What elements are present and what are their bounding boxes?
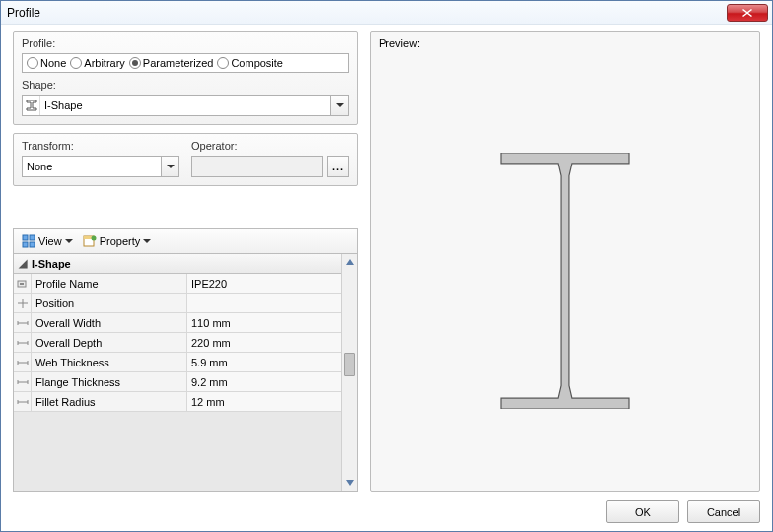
grid-category-header[interactable]: ◢ I-Shape — [14, 254, 341, 274]
row-label: Fillet Radius — [32, 392, 187, 411]
grid-toolbar: View Property — [14, 229, 357, 254]
row-icon — [14, 294, 32, 312]
grid-row[interactable]: Overall Depth220 mm — [14, 333, 341, 353]
svg-rect-7 — [20, 283, 24, 285]
shape-input[interactable] — [40, 96, 330, 115]
row-label: Overall Width — [32, 313, 187, 332]
profile-dialog: Profile Profile: None Arbitrary Paramete… — [0, 0, 773, 532]
grid-row[interactable]: Profile NameIPE220 — [14, 274, 341, 294]
row-icon — [14, 313, 32, 332]
radio-arbitrary[interactable]: Arbitrary — [70, 57, 125, 69]
operator-input — [191, 156, 323, 177]
shape-dropdown-button[interactable] — [330, 96, 348, 115]
chevron-down-icon — [65, 239, 73, 243]
close-icon — [742, 9, 752, 17]
svg-rect-0 — [23, 235, 28, 240]
row-label: Web Thickness — [32, 353, 187, 371]
transform-select[interactable]: None — [22, 156, 179, 177]
row-label: Flange Thickness — [32, 372, 187, 391]
preview-canvas — [371, 71, 759, 491]
collapse-icon[interactable]: ◢ — [14, 257, 32, 270]
row-value[interactable]: 9.2 mm — [187, 372, 341, 391]
shape-select[interactable] — [22, 95, 349, 116]
scroll-thumb[interactable] — [344, 353, 355, 376]
shape-label: Shape: — [22, 79, 349, 91]
property-icon — [83, 234, 97, 248]
profile-radio-row: None Arbitrary Parameterized Composite — [22, 53, 349, 73]
view-icon — [22, 234, 35, 248]
property-grid: View Property ◢ I-Shape Profile NameIPE2… — [13, 228, 358, 492]
chevron-down-icon — [143, 239, 151, 243]
operator-browse-button[interactable]: ... — [327, 156, 349, 177]
chevron-down-icon — [336, 103, 344, 107]
radio-parameterized[interactable]: Parameterized — [129, 57, 214, 69]
grid-row[interactable]: Overall Width110 mm — [14, 313, 341, 333]
transform-dropdown-button[interactable] — [161, 157, 178, 176]
row-icon — [14, 372, 32, 391]
svg-point-5 — [91, 235, 96, 240]
window-title: Profile — [7, 6, 40, 20]
profile-label: Profile: — [22, 37, 349, 49]
row-label: Position — [32, 294, 187, 312]
row-label: Overall Depth — [32, 333, 187, 352]
row-icon — [14, 392, 32, 411]
row-value[interactable]: 220 mm — [187, 333, 341, 352]
grid-row[interactable]: Position — [14, 294, 341, 313]
grid-row[interactable]: Web Thickness5.9 mm — [14, 353, 341, 372]
scroll-up-button[interactable] — [342, 254, 357, 270]
transform-group: Transform: None Operator: — [13, 133, 358, 186]
chevron-down-icon — [167, 165, 175, 168]
radio-none[interactable]: None — [27, 57, 66, 69]
profile-group: Profile: None Arbitrary Parameterized Co… — [13, 31, 358, 125]
radio-composite[interactable]: Composite — [217, 57, 283, 69]
transform-label: Transform: — [22, 140, 179, 152]
dialog-footer: OK Cancel — [606, 500, 760, 523]
row-value[interactable] — [187, 294, 341, 312]
preview-panel: Preview: — [370, 31, 760, 492]
ok-button[interactable]: OK — [606, 500, 679, 523]
preview-label: Preview: — [379, 37, 420, 49]
row-value[interactable]: IPE220 — [187, 274, 341, 293]
vertical-scrollbar[interactable] — [341, 254, 357, 491]
svg-rect-2 — [23, 242, 28, 247]
ishape-preview-icon — [496, 153, 634, 409]
scroll-down-button[interactable] — [342, 475, 357, 491]
row-label: Profile Name — [32, 274, 187, 293]
row-icon — [14, 333, 32, 352]
close-button[interactable] — [727, 4, 768, 22]
operator-label: Operator: — [191, 140, 349, 152]
cancel-button[interactable]: Cancel — [687, 500, 760, 523]
svg-rect-1 — [30, 235, 35, 240]
titlebar: Profile — [1, 1, 772, 25]
row-value[interactable]: 5.9 mm — [187, 353, 341, 371]
grid-row[interactable]: Flange Thickness9.2 mm — [14, 372, 341, 392]
grid-body: ◢ I-Shape Profile NameIPE220PositionOver… — [14, 254, 341, 491]
row-value[interactable]: 12 mm — [187, 392, 341, 411]
row-icon — [14, 353, 32, 371]
row-icon — [14, 274, 32, 293]
property-menu-button[interactable]: Property — [79, 233, 156, 250]
ellipsis-icon: ... — [332, 161, 344, 172]
ishape-icon — [23, 96, 40, 115]
view-menu-button[interactable]: View — [18, 233, 77, 250]
row-value[interactable]: 110 mm — [187, 313, 341, 332]
grid-row[interactable]: Fillet Radius12 mm — [14, 392, 341, 412]
svg-rect-3 — [30, 242, 35, 247]
